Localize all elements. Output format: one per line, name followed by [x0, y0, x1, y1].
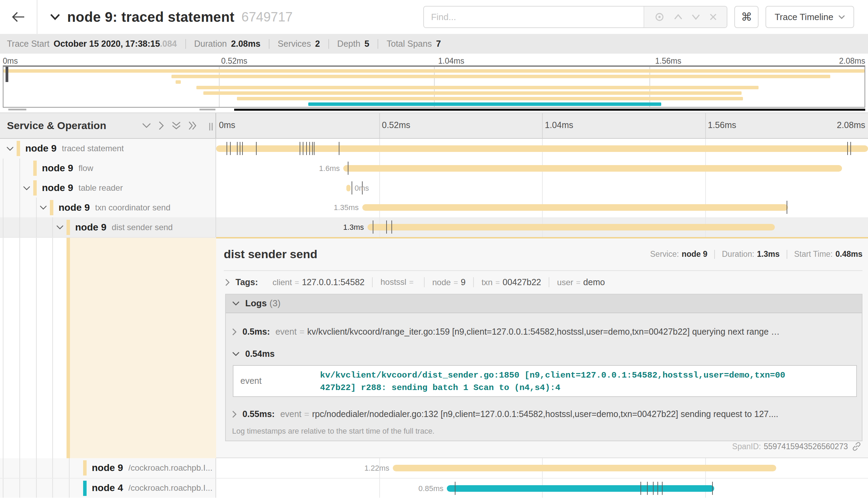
minimap-span-bar: [203, 91, 742, 95]
log-fields-table: eventkv/kvclient/kvcoord/dist_sender.go:…: [233, 365, 857, 397]
span-row[interactable]: node 9traced statement: [0, 139, 868, 159]
trace-view-selector[interactable]: Trace Timeline: [765, 6, 854, 28]
page-title: node 9: traced statement: [67, 9, 234, 25]
span-duration-label: 1.6ms: [319, 164, 340, 173]
next-match-icon[interactable]: [691, 14, 700, 20]
log-marker-tick: [787, 201, 787, 214]
link-icon[interactable]: [852, 442, 861, 451]
minimap-canvas[interactable]: [3, 65, 865, 108]
expand-chevron-icon[interactable]: [23, 186, 30, 191]
column-resizer[interactable]: [209, 123, 213, 130]
collapse-one-icon[interactable]: [142, 123, 151, 128]
span-row[interactable]: node 9txn coordinator send1.35ms: [0, 198, 868, 217]
timeline-axis: 0ms0.52ms1.04ms1.56ms2.08ms: [216, 113, 868, 138]
log-entry[interactable]: 0.54ms: [226, 343, 862, 365]
expand-one-icon[interactable]: [159, 121, 164, 130]
log-marker-tick: [373, 220, 373, 234]
log-marker-tick: [352, 181, 352, 194]
expand-chevron-icon[interactable]: [6, 146, 14, 151]
prev-match-icon[interactable]: [674, 14, 683, 20]
axis-tick-label: 1.56ms: [708, 120, 736, 130]
back-button[interactable]: [0, 0, 37, 34]
span-row[interactable]: node 9dist sender send1.3ms: [0, 217, 868, 237]
service-name: node 9: [42, 163, 73, 174]
minimap-scrub-left[interactable]: [8, 109, 26, 110]
axis-tick-label: 0ms: [219, 120, 235, 130]
operation-name: table reader: [79, 183, 123, 193]
minimap-drag-handle[interactable]: [6, 67, 8, 82]
span-name-cell[interactable]: node 9/cockroach.roachpb.I...: [0, 458, 216, 478]
trace-id: 6749717: [241, 10, 293, 25]
expand-chevron-icon[interactable]: [39, 205, 47, 210]
span-name-cell[interactable]: node 9txn coordinator send: [0, 198, 216, 217]
tags-accordion[interactable]: Tags: client=127.0.0.1:54582hostssl=node…: [224, 271, 862, 294]
find-suffix: [644, 7, 727, 27]
minimap-axis-label: 0.52ms: [221, 56, 247, 66]
span-row[interactable]: node 4/cockroach.roachpb.I...0.85ms: [0, 478, 868, 498]
span-row[interactable]: node 9/cockroach.roachpb.I...1.22ms: [0, 458, 868, 478]
detail-meta-label: Duration:: [722, 250, 754, 259]
logs-accordion: Logs (3) 0.5ms:event=kv/kvclient/kvcoord…: [225, 294, 862, 441]
log-marker-tick: [312, 142, 313, 155]
match-highlight-icon[interactable]: [654, 12, 665, 22]
span-bar-cell[interactable]: 0.85ms: [216, 479, 868, 498]
span-row[interactable]: node 9table reader0ms: [0, 178, 868, 198]
span-row[interactable]: node 9flow1.6ms: [0, 159, 868, 178]
find-input[interactable]: [424, 7, 644, 27]
service-name: node 9: [75, 222, 106, 233]
span-name-cell[interactable]: node 4/cockroach.roachpb.I...: [0, 479, 216, 498]
span-bar-cell[interactable]: 1.35ms: [216, 198, 868, 217]
log-entry[interactable]: 0.5ms:event=kv/kvclient/kvcoord/range_it…: [226, 321, 862, 343]
log-marker-tick: [242, 142, 243, 155]
span-id-row: SpanID: 5597415943526560273: [732, 442, 861, 451]
expand-all-icon[interactable]: [188, 121, 197, 130]
span-bar-cell[interactable]: 1.6ms: [216, 159, 868, 178]
minimap-scrub-range[interactable]: [234, 109, 865, 111]
chevron-down-icon: [232, 301, 240, 306]
span-name-cell[interactable]: node 9flow: [0, 159, 216, 178]
log-marker-tick: [712, 482, 713, 495]
chevron-down-icon: [838, 15, 845, 19]
span-detail-left-gutter: [0, 237, 216, 458]
timeline-minimap[interactable]: 0ms0.52ms1.04ms1.56ms2.08ms: [0, 54, 868, 113]
log-marker-tick: [303, 142, 303, 155]
log-marker-tick: [309, 142, 310, 155]
log-marker-tick: [256, 142, 257, 155]
axis-tick-label: 2.08ms: [837, 120, 865, 130]
span-duration-bar[interactable]: [447, 485, 714, 492]
collapse-trace-chevron[interactable]: [50, 14, 60, 20]
log-marker-tick: [657, 482, 658, 495]
span-bar-cell[interactable]: [216, 139, 868, 159]
span-bar-cell[interactable]: 1.3ms: [216, 217, 868, 237]
operation-name: /cockroach.roachpb.I...: [129, 463, 213, 473]
minimap-scrub-mid[interactable]: [200, 109, 215, 110]
top-bar: node 9: traced statement 6749717 ⌘ Trace…: [0, 0, 868, 34]
trace-view-label: Trace Timeline: [774, 12, 833, 22]
span-duration-bar[interactable]: [362, 204, 788, 211]
log-marker-tick: [847, 142, 848, 155]
log-entry[interactable]: 0.55ms:event=rpc/nodedialer/nodedialer.g…: [226, 403, 862, 425]
span-bar-cell[interactable]: 1.22ms: [216, 458, 868, 478]
log-marker-tick: [300, 142, 300, 155]
log-marker-tick: [240, 142, 240, 155]
collapse-all-icon[interactable]: [172, 121, 181, 130]
span-color-chip: [50, 200, 53, 215]
span-name-cell[interactable]: node 9traced statement: [0, 139, 216, 159]
expand-chevron-icon[interactable]: [56, 225, 64, 230]
span-name-cell[interactable]: node 9dist sender send: [0, 217, 216, 237]
log-marker-tick: [386, 220, 387, 234]
span-duration-bar[interactable]: [367, 224, 775, 230]
keyboard-shortcuts-button[interactable]: ⌘: [734, 6, 759, 28]
span-bar-cell[interactable]: 0ms: [216, 178, 868, 198]
logs-header[interactable]: Logs (3): [226, 295, 862, 313]
clear-search-icon[interactable]: [709, 13, 717, 21]
timeline-header-row: Service & Operation 0ms0.52ms1.04ms1.56m…: [0, 113, 868, 139]
span-name-cell[interactable]: node 9table reader: [0, 178, 216, 198]
axis-tick-label: 0.52ms: [382, 120, 410, 130]
span-duration-bar[interactable]: [393, 465, 776, 471]
span-color-chip: [33, 180, 37, 196]
operation-name: traced statement: [62, 144, 124, 153]
span-duration-bar[interactable]: [346, 185, 350, 191]
span-duration-bar[interactable]: [343, 165, 842, 172]
service-name: node 9: [92, 462, 123, 473]
